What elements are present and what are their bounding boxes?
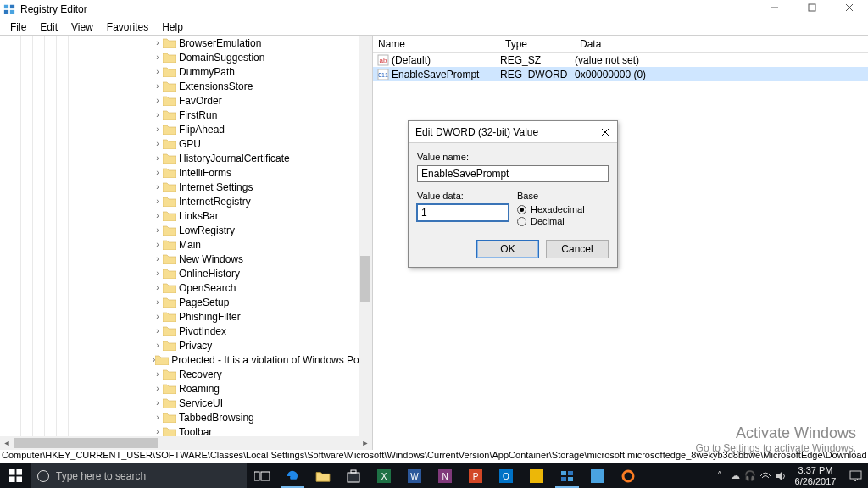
expand-icon[interactable]: › [153, 168, 163, 177]
taskbar-regedit[interactable] [552, 463, 582, 488]
tree-item[interactable]: ›IntelliForms [0, 165, 372, 180]
col-data[interactable]: Data [575, 38, 868, 50]
tree-item[interactable]: ›Toolbar [0, 424, 372, 436]
tree-item[interactable]: ›PageSetup [0, 295, 372, 309]
tray-chevron-up-icon[interactable]: ˄ [712, 470, 727, 481]
expand-icon[interactable]: › [153, 369, 163, 379]
col-type[interactable]: Type [500, 38, 575, 50]
expand-icon[interactable]: › [153, 67, 163, 76]
menu-edit[interactable]: Edit [33, 21, 64, 33]
tree-item[interactable]: ›TabbedBrowsing [0, 410, 372, 424]
menu-view[interactable]: View [64, 21, 100, 33]
tree-item[interactable]: ›FlipAhead [0, 122, 372, 136]
expand-icon[interactable]: › [153, 326, 163, 336]
maximize-button[interactable] [793, 0, 831, 17]
tree-item[interactable]: ›ExtensionsStore [0, 79, 372, 93]
list-row[interactable]: 011EnableSavePromptREG_DWORD0x00000000 (… [373, 67, 868, 81]
value-name-input[interactable] [417, 165, 609, 182]
tree-item[interactable]: ›New Windows [0, 252, 372, 266]
expand-icon[interactable]: › [153, 53, 163, 62]
tree-item[interactable]: ›GPU [0, 136, 372, 151]
tray-onedrive-icon[interactable]: ☁ [727, 470, 743, 481]
list-row[interactable]: ab(Default)REG_SZ(value not set) [373, 53, 868, 67]
tree-item[interactable]: ›ServiceUI [0, 396, 372, 410]
action-center-button[interactable] [843, 470, 868, 482]
expand-icon[interactable]: › [153, 38, 163, 47]
taskbar-outlook[interactable]: O [491, 463, 521, 488]
tree-horizontal-scrollbar[interactable]: ◄ ► [0, 436, 372, 450]
expand-icon[interactable]: › [153, 240, 163, 249]
tree-item[interactable]: ›PhishingFilter [0, 309, 372, 324]
tree-item[interactable]: ›Protected - It is a violation of Window… [0, 352, 372, 367]
ok-button[interactable]: OK [476, 240, 539, 258]
expand-icon[interactable]: › [153, 427, 163, 436]
start-button[interactable] [0, 463, 31, 488]
expand-icon[interactable]: › [153, 182, 163, 191]
scroll-left-icon[interactable]: ◄ [0, 436, 14, 450]
tree-item[interactable]: ›FavOrder [0, 93, 372, 108]
expand-icon[interactable]: › [153, 283, 163, 292]
tree-item[interactable]: ›DummyPath [0, 64, 372, 79]
expand-icon[interactable]: › [153, 254, 163, 263]
tree-item[interactable]: ›Main [0, 237, 372, 252]
taskbar-store[interactable] [338, 463, 369, 488]
tree-item[interactable]: ›Privacy [0, 338, 372, 352]
tray-headphones-icon[interactable]: 🎧 [743, 470, 758, 481]
expand-icon[interactable]: › [153, 269, 163, 278]
tray-clock[interactable]: 3:37 PM 6/26/2017 [788, 465, 843, 487]
taskbar-powerpoint[interactable]: P [460, 463, 491, 488]
radio-hexadecimal[interactable]: Hexadecimal [517, 204, 609, 214]
tree-item[interactable]: ›Internet Settings [0, 180, 372, 194]
tree-item[interactable]: ›OnlineHistory [0, 266, 372, 280]
close-button[interactable] [831, 0, 868, 17]
tree-item[interactable]: ›HistoryJournalCertificate [0, 151, 372, 165]
expand-icon[interactable]: › [153, 225, 163, 235]
expand-icon[interactable]: › [153, 139, 163, 148]
tree-item[interactable]: ›FirstRun [0, 108, 372, 122]
taskbar-word[interactable]: W [399, 463, 430, 488]
cancel-button[interactable]: Cancel [546, 240, 609, 258]
expand-icon[interactable]: › [153, 125, 163, 134]
expand-icon[interactable]: › [153, 297, 163, 307]
tree-item[interactable]: ›Roaming [0, 381, 372, 396]
tree-item[interactable]: ›BrowserEmulation [0, 36, 372, 50]
expand-icon[interactable]: › [153, 384, 163, 393]
expand-icon[interactable]: › [153, 398, 163, 408]
dialog-close-button[interactable] [597, 125, 614, 140]
menu-file[interactable]: File [3, 21, 33, 33]
taskbar-settings[interactable] [613, 463, 643, 488]
scroll-right-icon[interactable]: ► [359, 436, 372, 450]
expand-icon[interactable]: › [153, 211, 163, 220]
tree-item[interactable]: ›OpenSearch [0, 280, 372, 295]
radio-decimal[interactable]: Decimal [517, 216, 609, 226]
taskbar-app-blue[interactable] [582, 463, 613, 488]
tree-item[interactable]: ›PivotIndex [0, 324, 372, 338]
col-name[interactable]: Name [373, 38, 500, 50]
taskbar-excel[interactable]: X [369, 463, 399, 488]
tray-network-icon[interactable] [758, 471, 773, 480]
expand-icon[interactable]: › [153, 81, 163, 91]
expand-icon[interactable]: › [153, 96, 163, 105]
tray-volume-icon[interactable] [773, 471, 788, 481]
menu-favorites[interactable]: Favorites [100, 21, 155, 33]
expand-icon[interactable]: › [153, 312, 163, 321]
taskbar-edge[interactable] [277, 463, 308, 488]
tree-item[interactable]: ›InternetRegistry [0, 194, 372, 208]
expand-icon[interactable]: › [153, 341, 163, 350]
tree-item[interactable]: ›LinksBar [0, 208, 372, 223]
taskbar-app-yellow[interactable] [521, 463, 552, 488]
value-data-input[interactable] [417, 204, 509, 221]
tree-vertical-scrollbar[interactable] [359, 36, 372, 436]
tree-item[interactable]: ›DomainSuggestion [0, 50, 372, 64]
expand-icon[interactable]: › [153, 197, 163, 206]
minimize-button[interactable] [756, 0, 793, 17]
tree-item[interactable]: ›LowRegistry [0, 223, 372, 237]
taskbar-file-explorer[interactable] [308, 463, 338, 488]
menu-help[interactable]: Help [155, 21, 190, 33]
task-view-button[interactable] [247, 463, 277, 488]
expand-icon[interactable]: › [153, 110, 163, 119]
expand-icon[interactable]: › [153, 153, 163, 163]
tree-item[interactable]: ›Recovery [0, 367, 372, 381]
taskbar-onenote[interactable]: N [430, 463, 460, 488]
taskbar-search[interactable]: Type here to search [31, 463, 247, 488]
